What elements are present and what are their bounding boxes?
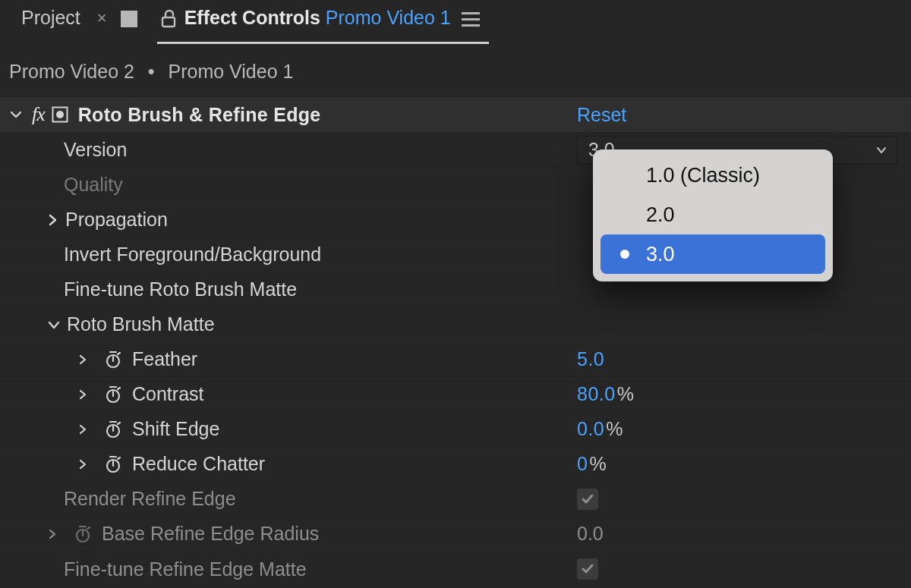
svg-line-6	[118, 353, 120, 354]
svg-line-18	[118, 458, 120, 459]
label-base-refine-radius: Base Refine Edge Radius	[102, 523, 319, 545]
row-shift-edge: Shift Edge 0.0%	[0, 412, 911, 447]
version-option-3-0[interactable]: 3.0	[601, 234, 825, 274]
panel-menu-icon[interactable]	[462, 12, 480, 27]
version-option-label: 1.0 (Classic)	[646, 164, 760, 187]
row-render-refine-edge: Render Refine Edge	[0, 482, 911, 517]
svg-line-14	[118, 423, 120, 424]
version-option-label: 2.0	[646, 203, 675, 227]
unlock-icon	[157, 8, 180, 30]
reset-link[interactable]: Reset	[577, 104, 626, 126]
tab-project[interactable]: Project ×	[15, 0, 157, 44]
chevron-right-icon[interactable]	[74, 459, 91, 470]
version-option-label: 3.0	[646, 243, 675, 266]
version-option-1-0-classic[interactable]: 1.0 (Classic)	[601, 156, 825, 195]
active-tab-underline	[157, 42, 489, 44]
breadcrumb-a[interactable]: Promo Video 2	[9, 61, 134, 82]
label-roto-brush-matte: Roto Brush Matte	[67, 313, 215, 335]
chevron-right-icon[interactable]	[74, 389, 91, 400]
value-contrast[interactable]: 80.0%	[577, 383, 634, 405]
chevron-down-icon[interactable]	[46, 319, 62, 331]
effect-name: Roto Brush & Refine Edge	[78, 104, 321, 126]
stopwatch-icon[interactable]	[71, 523, 94, 546]
checkbox-fine-tune-re-matte[interactable]	[577, 558, 598, 580]
label-invert-fg-bg: Invert Foreground/Background	[64, 244, 321, 266]
label-version: Version	[64, 139, 127, 161]
label-quality: Quality	[64, 174, 123, 196]
value-shift-edge[interactable]: 0.0%	[577, 418, 623, 440]
panel-tab-strip: Project × Effect Controls Promo Video 1	[0, 0, 911, 44]
label-fine-tune-rb-matte: Fine-tune Roto Brush Matte	[64, 278, 297, 300]
chevron-right-icon[interactable]	[74, 424, 91, 435]
chevron-right-icon[interactable]	[44, 529, 61, 539]
stopwatch-icon[interactable]	[102, 418, 125, 441]
chevron-down-icon	[875, 139, 887, 161]
chevron-right-icon[interactable]	[74, 354, 91, 365]
tab-effect-controls-prefix: Effect Controls	[184, 7, 320, 29]
svg-line-10	[118, 388, 120, 389]
value-reduce-chatter[interactable]: 0%	[577, 453, 607, 475]
chevron-down-icon[interactable]	[8, 108, 24, 121]
row-reduce-chatter: Reduce Chatter 0%	[0, 447, 911, 482]
label-render-refine-edge: Render Refine Edge	[64, 488, 236, 510]
row-fine-tune-re-matte: Fine-tune Refine Edge Matte	[0, 552, 911, 586]
row-roto-brush-matte: Roto Brush Matte	[0, 307, 911, 342]
value-feather[interactable]: 5.0	[577, 348, 604, 370]
stopwatch-icon[interactable]	[102, 348, 125, 371]
chevron-right-icon[interactable]	[44, 214, 61, 226]
svg-rect-0	[162, 17, 175, 27]
stopwatch-icon[interactable]	[102, 453, 125, 476]
panel-icon	[121, 11, 137, 27]
svg-point-2	[56, 111, 64, 118]
tab-effect-controls[interactable]: Effect Controls Promo Video 1	[157, 0, 489, 44]
version-option-2-0[interactable]: 2.0	[601, 195, 825, 234]
checkbox-render-refine-edge[interactable]	[577, 489, 598, 510]
breadcrumb-b[interactable]: Promo Video 1	[168, 61, 293, 82]
value-base-refine-radius[interactable]: 0.0	[577, 523, 604, 545]
row-base-refine-radius: Base Refine Edge Radius 0.0	[0, 517, 911, 552]
row-contrast: Contrast 80.0%	[0, 377, 911, 412]
row-feather: Feather 5.0	[0, 342, 911, 377]
label-feather: Feather	[132, 348, 197, 370]
breadcrumb-dot: •	[143, 61, 160, 82]
stopwatch-icon[interactable]	[102, 383, 125, 406]
label-fine-tune-re-matte: Fine-tune Refine Edge Matte	[64, 558, 307, 580]
tab-project-label: Project	[21, 7, 80, 29]
fx-icon[interactable]: fx	[32, 103, 45, 126]
tab-effect-controls-title: Promo Video 1	[326, 7, 451, 29]
label-propagation: Propagation	[65, 209, 168, 231]
close-icon[interactable]: ×	[97, 10, 107, 27]
label-reduce-chatter: Reduce Chatter	[132, 453, 265, 475]
label-shift-edge: Shift Edge	[132, 418, 219, 440]
effect-header-row: fx Roto Brush & Refine Edge Reset	[0, 96, 911, 133]
version-dropdown-menu: 1.0 (Classic) 2.0 3.0	[593, 149, 833, 281]
compositing-options-icon[interactable]	[51, 105, 69, 124]
svg-line-22	[87, 527, 90, 529]
breadcrumb: Promo Video 2 • Promo Video 1	[0, 44, 911, 96]
label-contrast: Contrast	[132, 383, 203, 405]
selected-bullet-icon	[620, 250, 629, 259]
